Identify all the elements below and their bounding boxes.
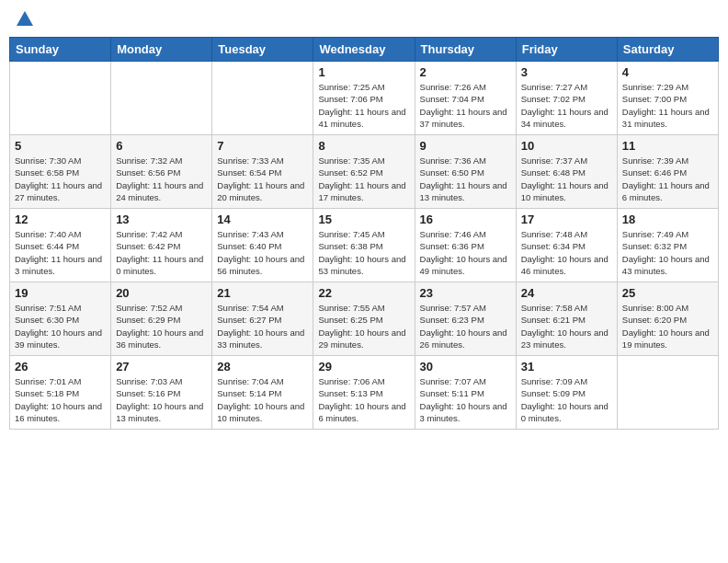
day-info: Sunrise: 7:36 AM Sunset: 6:50 PM Dayligh… — [420, 155, 511, 203]
calendar-cell: 20Sunrise: 7:52 AM Sunset: 6:29 PM Dayli… — [111, 282, 212, 356]
day-info: Sunrise: 7:49 AM Sunset: 6:32 PM Dayligh… — [622, 228, 713, 277]
day-info: Sunrise: 7:48 AM Sunset: 6:34 PM Dayligh… — [521, 228, 612, 277]
logo-general — [13, 9, 35, 33]
day-info: Sunrise: 7:42 AM Sunset: 6:42 PM Dayligh… — [116, 228, 207, 277]
calendar-cell: 11Sunrise: 7:39 AM Sunset: 6:46 PM Dayli… — [617, 135, 718, 209]
day-number: 4 — [622, 65, 713, 79]
day-number: 30 — [420, 360, 511, 373]
day-number: 7 — [217, 139, 308, 153]
day-info: Sunrise: 7:51 AM Sunset: 6:30 PM Dayligh… — [15, 302, 106, 350]
calendar-cell: 27Sunrise: 7:03 AM Sunset: 5:16 PM Dayli… — [111, 356, 212, 430]
day-number: 24 — [521, 286, 612, 300]
day-info: Sunrise: 8:00 AM Sunset: 6:20 PM Dayligh… — [622, 302, 713, 350]
day-number: 12 — [15, 213, 106, 226]
calendar-cell: 9Sunrise: 7:36 AM Sunset: 6:50 PM Daylig… — [415, 135, 516, 209]
day-info: Sunrise: 7:30 AM Sunset: 6:58 PM Dayligh… — [15, 155, 106, 203]
day-info: Sunrise: 7:40 AM Sunset: 6:44 PM Dayligh… — [15, 228, 106, 277]
day-info: Sunrise: 7:09 AM Sunset: 5:09 PM Dayligh… — [521, 375, 612, 424]
calendar-cell: 5Sunrise: 7:30 AM Sunset: 6:58 PM Daylig… — [10, 135, 111, 209]
day-number: 26 — [15, 360, 106, 373]
calendar-table: SundayMondayTuesdayWednesdayThursdayFrid… — [9, 37, 719, 430]
day-info: Sunrise: 7:57 AM Sunset: 6:23 PM Dayligh… — [420, 302, 511, 350]
day-info: Sunrise: 7:01 AM Sunset: 5:18 PM Dayligh… — [15, 375, 106, 424]
day-number: 9 — [420, 139, 511, 153]
calendar-week-row: 12Sunrise: 7:40 AM Sunset: 6:44 PM Dayli… — [10, 209, 719, 282]
calendar-cell: 1Sunrise: 7:25 AM Sunset: 7:06 PM Daylig… — [313, 62, 415, 135]
day-number: 31 — [521, 360, 612, 373]
day-info: Sunrise: 7:25 AM Sunset: 7:06 PM Dayligh… — [318, 81, 409, 130]
day-number: 17 — [521, 213, 612, 226]
day-info: Sunrise: 7:07 AM Sunset: 5:11 PM Dayligh… — [420, 375, 511, 424]
calendar-cell: 13Sunrise: 7:42 AM Sunset: 6:42 PM Dayli… — [111, 209, 212, 282]
day-number: 10 — [521, 139, 612, 153]
weekday-header: Sunday — [10, 38, 111, 62]
day-number: 20 — [116, 286, 207, 300]
calendar-body: 1Sunrise: 7:25 AM Sunset: 7:06 PM Daylig… — [10, 62, 719, 430]
weekday-header: Wednesday — [313, 38, 415, 62]
calendar-week-row: 19Sunrise: 7:51 AM Sunset: 6:30 PM Dayli… — [10, 282, 719, 356]
day-info: Sunrise: 7:58 AM Sunset: 6:21 PM Dayligh… — [521, 302, 612, 350]
day-info: Sunrise: 7:39 AM Sunset: 6:46 PM Dayligh… — [622, 155, 713, 203]
day-info: Sunrise: 7:04 AM Sunset: 5:14 PM Dayligh… — [217, 375, 308, 424]
calendar-cell: 28Sunrise: 7:04 AM Sunset: 5:14 PM Dayli… — [212, 356, 313, 430]
calendar-cell: 21Sunrise: 7:54 AM Sunset: 6:27 PM Dayli… — [212, 282, 313, 356]
day-number: 16 — [420, 213, 511, 226]
calendar-cell: 29Sunrise: 7:06 AM Sunset: 5:13 PM Dayli… — [313, 356, 415, 430]
calendar-cell: 4Sunrise: 7:29 AM Sunset: 7:00 PM Daylig… — [617, 62, 718, 135]
day-info: Sunrise: 7:29 AM Sunset: 7:00 PM Dayligh… — [622, 81, 713, 130]
day-info: Sunrise: 7:32 AM Sunset: 6:56 PM Dayligh… — [116, 155, 207, 203]
day-number: 25 — [622, 286, 713, 300]
calendar-cell: 3Sunrise: 7:27 AM Sunset: 7:02 PM Daylig… — [516, 62, 617, 135]
page-header — [9, 9, 719, 29]
day-number: 13 — [116, 213, 207, 226]
calendar-cell: 31Sunrise: 7:09 AM Sunset: 5:09 PM Dayli… — [516, 356, 617, 430]
calendar-cell — [111, 62, 212, 135]
calendar-cell: 30Sunrise: 7:07 AM Sunset: 5:11 PM Dayli… — [415, 356, 516, 430]
calendar-week-row: 1Sunrise: 7:25 AM Sunset: 7:06 PM Daylig… — [10, 62, 719, 135]
day-info: Sunrise: 7:37 AM Sunset: 6:48 PM Dayligh… — [521, 155, 612, 203]
calendar-week-row: 5Sunrise: 7:30 AM Sunset: 6:58 PM Daylig… — [10, 135, 719, 209]
calendar-cell: 17Sunrise: 7:48 AM Sunset: 6:34 PM Dayli… — [516, 209, 617, 282]
day-number: 2 — [420, 65, 511, 79]
calendar-cell: 16Sunrise: 7:46 AM Sunset: 6:36 PM Dayli… — [415, 209, 516, 282]
calendar-cell: 19Sunrise: 7:51 AM Sunset: 6:30 PM Dayli… — [10, 282, 111, 356]
day-info: Sunrise: 7:45 AM Sunset: 6:38 PM Dayligh… — [318, 228, 409, 277]
calendar-cell — [617, 356, 718, 430]
day-number: 18 — [622, 213, 713, 226]
calendar-cell: 10Sunrise: 7:37 AM Sunset: 6:48 PM Dayli… — [516, 135, 617, 209]
day-number: 15 — [318, 213, 409, 226]
calendar-cell: 18Sunrise: 7:49 AM Sunset: 6:32 PM Dayli… — [617, 209, 718, 282]
calendar-cell: 25Sunrise: 8:00 AM Sunset: 6:20 PM Dayli… — [617, 282, 718, 356]
weekday-header: Tuesday — [212, 38, 313, 62]
calendar-cell — [10, 62, 111, 135]
day-info: Sunrise: 7:33 AM Sunset: 6:54 PM Dayligh… — [217, 155, 308, 203]
calendar-cell: 6Sunrise: 7:32 AM Sunset: 6:56 PM Daylig… — [111, 135, 212, 209]
weekday-header: Friday — [516, 38, 617, 62]
svg-marker-0 — [17, 11, 33, 26]
day-info: Sunrise: 7:26 AM Sunset: 7:04 PM Dayligh… — [420, 81, 511, 130]
calendar-cell: 22Sunrise: 7:55 AM Sunset: 6:25 PM Dayli… — [313, 282, 415, 356]
calendar-cell: 23Sunrise: 7:57 AM Sunset: 6:23 PM Dayli… — [415, 282, 516, 356]
logo — [13, 9, 35, 29]
day-number: 1 — [318, 65, 409, 79]
day-number: 8 — [318, 139, 409, 153]
calendar-cell: 2Sunrise: 7:26 AM Sunset: 7:04 PM Daylig… — [415, 62, 516, 135]
day-number: 3 — [521, 65, 612, 79]
calendar-cell — [212, 62, 313, 135]
calendar-week-row: 26Sunrise: 7:01 AM Sunset: 5:18 PM Dayli… — [10, 356, 719, 430]
calendar-cell: 15Sunrise: 7:45 AM Sunset: 6:38 PM Dayli… — [313, 209, 415, 282]
day-number: 6 — [116, 139, 207, 153]
calendar-cell: 24Sunrise: 7:58 AM Sunset: 6:21 PM Dayli… — [516, 282, 617, 356]
calendar-cell: 8Sunrise: 7:35 AM Sunset: 6:52 PM Daylig… — [313, 135, 415, 209]
calendar-cell: 12Sunrise: 7:40 AM Sunset: 6:44 PM Dayli… — [10, 209, 111, 282]
day-number: 19 — [15, 286, 106, 300]
logo-icon — [15, 9, 35, 29]
day-number: 29 — [318, 360, 409, 373]
calendar-cell: 7Sunrise: 7:33 AM Sunset: 6:54 PM Daylig… — [212, 135, 313, 209]
calendar-cell: 14Sunrise: 7:43 AM Sunset: 6:40 PM Dayli… — [212, 209, 313, 282]
day-number: 23 — [420, 286, 511, 300]
day-info: Sunrise: 7:35 AM Sunset: 6:52 PM Dayligh… — [318, 155, 409, 203]
day-info: Sunrise: 7:54 AM Sunset: 6:27 PM Dayligh… — [217, 302, 308, 350]
day-number: 28 — [217, 360, 308, 373]
weekday-header-row: SundayMondayTuesdayWednesdayThursdayFrid… — [10, 38, 719, 62]
